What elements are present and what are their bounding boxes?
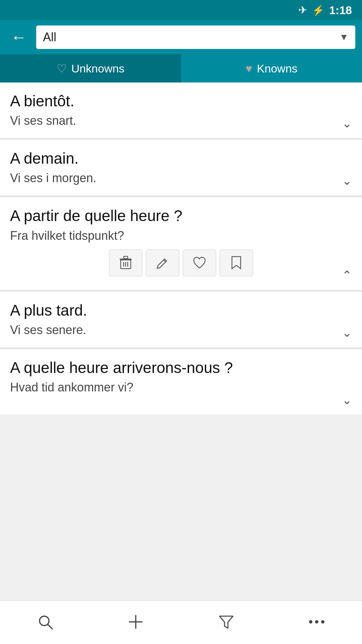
svg-rect-1: [124, 256, 128, 259]
card-3[interactable]: A partir de quelle heure ? Fra hvilket t…: [0, 197, 362, 289]
status-time: 1:18: [329, 4, 352, 17]
card-2-phrase: A demain.: [10, 149, 352, 168]
delete-button[interactable]: [109, 250, 142, 276]
card-5-translation: Hvad tid ankommer vi?: [10, 380, 352, 394]
more-icon: [308, 620, 325, 624]
search-icon: [37, 613, 54, 630]
tab-unknowns-label: Unknowns: [71, 62, 125, 75]
tab-unknowns[interactable]: ♡ Unknowns: [0, 54, 181, 83]
filter-dropdown[interactable]: All ▼: [36, 25, 355, 49]
trash-icon: [119, 256, 132, 270]
dropdown-value: All: [43, 30, 56, 44]
bookmark-icon: [231, 256, 242, 270]
card-4-translation: Vi ses senere.: [10, 323, 352, 337]
svg-line-8: [48, 624, 52, 629]
filter-nav-button[interactable]: [206, 608, 246, 635]
chevron-down-icon: ⌄: [342, 174, 352, 188]
card-5-phrase: A quelle heure arriverons-nous ?: [10, 359, 352, 377]
card-5[interactable]: A quelle heure arriverons-nous ? Hvad ti…: [0, 349, 362, 415]
svg-point-12: [309, 620, 312, 624]
edit-button[interactable]: [146, 250, 179, 276]
card-2[interactable]: A demain. Vi ses i morgen. ⌄: [0, 140, 362, 195]
chevron-down-icon: ⌄: [342, 326, 352, 340]
chevron-down-icon: ▼: [339, 32, 349, 43]
pencil-icon: [157, 256, 169, 270]
svg-line-6: [164, 260, 166, 262]
add-nav-button[interactable]: [116, 608, 156, 635]
card-1[interactable]: A bientôt. Vi ses snart. ⌄: [0, 83, 362, 138]
tab-knowns[interactable]: ♥ Knowns: [181, 54, 362, 83]
back-button[interactable]: ←: [7, 28, 31, 47]
search-nav-button[interactable]: [25, 608, 65, 635]
bookmark-button[interactable]: [220, 250, 253, 276]
more-nav-button[interactable]: [297, 608, 337, 635]
card-1-translation: Vi ses snart.: [10, 114, 352, 128]
card-3-actions: [10, 250, 352, 276]
chevron-down-icon: ⌄: [342, 393, 352, 407]
heart-outline-icon: ♡: [57, 62, 67, 75]
card-3-phrase: A partir de quelle heure ?: [10, 207, 352, 225]
card-2-translation: Vi ses i morgen.: [10, 171, 352, 185]
card-1-phrase: A bientôt.: [10, 92, 352, 110]
card-4[interactable]: A plus tard. Vi ses senere. ⌄: [0, 292, 362, 347]
svg-point-14: [321, 620, 324, 624]
tab-knowns-label: Knowns: [257, 62, 298, 75]
status-bar: ✈ ⚡ 1:18: [0, 0, 362, 20]
card-3-translation: Fra hvilket tidspunkt?: [10, 229, 352, 243]
plus-icon: [127, 613, 144, 630]
header: ← All ▼: [0, 20, 362, 54]
svg-point-13: [315, 620, 318, 624]
heart-icon: [193, 257, 206, 269]
filter-icon: [218, 613, 235, 630]
card-4-phrase: A plus tard.: [10, 301, 352, 320]
cards-container: A bientôt. Vi ses snart. ⌄ A demain. Vi …: [0, 83, 362, 415]
heart-filled-icon: ♥: [245, 62, 252, 75]
airplane-icon: ✈: [298, 4, 307, 16]
favorite-button[interactable]: [183, 250, 216, 276]
tabs: ♡ Unknowns ♥ Knowns: [0, 54, 362, 83]
chevron-down-icon: ⌄: [342, 116, 352, 130]
svg-marker-11: [220, 616, 233, 628]
bottom-nav: [0, 601, 362, 644]
battery-icon: ⚡: [312, 4, 324, 16]
chevron-up-icon: ⌃: [342, 268, 352, 282]
